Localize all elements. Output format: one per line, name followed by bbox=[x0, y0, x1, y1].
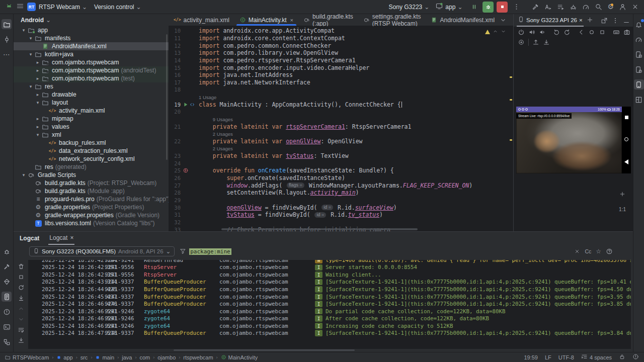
usages-hint[interactable]: 9 Usages bbox=[213, 117, 233, 122]
insights-icon[interactable] bbox=[2, 277, 12, 287]
pause-icon[interactable] bbox=[468, 2, 479, 13]
tree-item-network-security-config-xml[interactable]: </>network_security_config.xml bbox=[14, 155, 169, 163]
pause-icon[interactable] bbox=[18, 274, 25, 281]
breadcrumb-item-main[interactable]: main bbox=[95, 354, 114, 360]
line-number[interactable]: 30 bbox=[169, 205, 181, 211]
tree-chevron-icon[interactable]: ▾ bbox=[27, 84, 34, 89]
line-number[interactable]: 10 bbox=[169, 28, 181, 34]
breadcrumb-item-app[interactable]: app bbox=[56, 354, 72, 360]
notifications-status-icon[interactable] bbox=[632, 353, 639, 361]
rotate-right-icon[interactable] bbox=[564, 29, 571, 36]
screenshot-icon[interactable] bbox=[623, 29, 630, 36]
help-icon[interactable] bbox=[606, 248, 613, 255]
menu-icon[interactable] bbox=[16, 2, 24, 10]
upload-icon[interactable] bbox=[532, 39, 539, 46]
line-number[interactable]: 27 bbox=[169, 183, 181, 189]
close-icon[interactable] bbox=[631, 3, 639, 11]
line-number[interactable]: 33 bbox=[169, 227, 181, 231]
home-button[interactable] bbox=[624, 137, 628, 141]
tree-chevron-icon[interactable]: ▸ bbox=[34, 60, 41, 65]
prev-icon[interactable] bbox=[493, 29, 498, 34]
line-number[interactable]: 14 bbox=[169, 57, 181, 63]
commit-icon[interactable] bbox=[2, 34, 12, 44]
tree-chevron-icon[interactable]: ▾ bbox=[34, 100, 41, 105]
tree-chevron-icon[interactable]: ▸ bbox=[34, 124, 41, 129]
breadcrumb-item-ojambo[interactable]: ojambo bbox=[157, 354, 176, 360]
debug-run-icon[interactable] bbox=[482, 2, 494, 13]
tab-settings-gradle-kts-rtsp-webcam-[interactable]: settings.gradle.kts (RTSP Webcam) bbox=[358, 14, 426, 26]
tree-chevron-icon[interactable]: ▸ bbox=[34, 76, 41, 81]
tree-item-backup-rules-xml[interactable]: </>backup_rules.xml bbox=[14, 139, 169, 147]
tree-item-androidmanifest-xml[interactable]: AndroidManifest.xml bbox=[14, 42, 169, 50]
build-icon[interactable] bbox=[2, 261, 12, 272]
search-icon[interactable] bbox=[595, 3, 602, 11]
rotate-left-icon[interactable] bbox=[553, 29, 560, 36]
tree-chevron-icon[interactable]: ▾ bbox=[34, 132, 41, 137]
tree-chevron-icon[interactable]: ▸ bbox=[34, 68, 41, 73]
add-device-icon[interactable] bbox=[587, 17, 593, 25]
project-icon[interactable] bbox=[2, 19, 12, 29]
run-configurations-icon[interactable] bbox=[557, 3, 565, 11]
caret-position[interactable]: 19:59 bbox=[524, 354, 538, 360]
breadcrumb-item-mainactivity[interactable]: MainActivity bbox=[221, 354, 258, 360]
tab-build-gradle-kts-app-[interactable]: build.gradle.kts (:app) bbox=[298, 14, 358, 26]
restart-icon[interactable] bbox=[18, 284, 25, 291]
breadcrumb-item-rtspwebcam[interactable]: RTSPWebcam bbox=[5, 354, 49, 360]
running-device-tab[interactable]: Sony G3223 API 26 × bbox=[517, 14, 584, 27]
logcat-horizontal-scrollbar[interactable] bbox=[174, 349, 355, 351]
line-number[interactable]: 23 bbox=[169, 153, 181, 159]
prev-icon[interactable] bbox=[18, 305, 25, 312]
tree-item-data-extraction-rules-xml[interactable]: </>data_extraction_rules.xml bbox=[14, 147, 169, 155]
next-icon[interactable] bbox=[18, 316, 25, 323]
tree-chevron-icon[interactable]: ▾ bbox=[20, 28, 27, 33]
more-windows-icon[interactable]: ⋯ bbox=[2, 49, 12, 59]
logcat-tab[interactable]: Logcat × bbox=[48, 232, 74, 245]
tree-item-gradle-properties[interactable]: ⚙gradle.properties(Project Properties) bbox=[14, 203, 169, 211]
chevron-down-icon[interactable] bbox=[500, 17, 507, 24]
settings-icon[interactable]: ⚙ bbox=[607, 3, 614, 11]
line-number[interactable]: 12 bbox=[169, 43, 181, 49]
tree-item-gradle-scripts[interactable]: ▾Gradle Scripts bbox=[14, 171, 169, 179]
match-case-icon[interactable]: Cc bbox=[585, 248, 591, 254]
breadcrumb-item-com[interactable]: com bbox=[139, 354, 150, 360]
line-number[interactable]: 11 bbox=[169, 35, 181, 41]
file-encoding[interactable]: UTF-8 bbox=[558, 354, 574, 360]
breadcrumb-item-src[interactable]: src bbox=[80, 354, 88, 360]
tree-chevron-icon[interactable]: ▾ bbox=[27, 52, 34, 57]
project-selector[interactable]: RTSP Webcam⌄ bbox=[39, 4, 87, 11]
terminal-icon[interactable] bbox=[2, 322, 12, 332]
kebab-icon[interactable] bbox=[612, 17, 619, 24]
tree-item-res[interactable]: ▾res bbox=[14, 82, 169, 90]
zoom-in-icon[interactable] bbox=[619, 191, 625, 199]
line-number[interactable]: 22 bbox=[169, 138, 181, 144]
clear-icon[interactable] bbox=[18, 263, 25, 270]
apply-code-changes-icon[interactable] bbox=[544, 3, 552, 11]
clear-filter-icon[interactable] bbox=[574, 248, 580, 254]
tree-item-activity-main-xml[interactable]: </>activity_main.xml bbox=[14, 107, 169, 115]
line-number[interactable]: 16 bbox=[169, 72, 181, 78]
close-tab-icon[interactable]: × bbox=[290, 17, 293, 23]
line-number[interactable]: 17 bbox=[169, 79, 181, 85]
usages-hint[interactable]: 2 Usages bbox=[213, 131, 233, 137]
next-icon[interactable] bbox=[501, 29, 506, 34]
tree-item-com-ojambo-rtspwebcam[interactable]: ▸com.ojambo.rtspwebcam bbox=[14, 58, 169, 66]
line-number[interactable]: 26 bbox=[169, 175, 181, 181]
scroll-end-icon[interactable] bbox=[18, 295, 25, 302]
vcs-selector[interactable]: Version control⌄ bbox=[94, 4, 141, 11]
recents-icon[interactable] bbox=[599, 29, 606, 36]
services-icon[interactable] bbox=[2, 337, 12, 347]
tree-item-proguard-rules-pro[interactable]: ≡proguard-rules.pro(ProGuard Rules for "… bbox=[14, 195, 169, 203]
tree-chevron-icon[interactable]: ▾ bbox=[27, 36, 34, 41]
logcat-icon[interactable] bbox=[2, 292, 12, 302]
tab-androidmanifest-xml[interactable]: AndroidManifest.xml bbox=[426, 14, 500, 26]
line-number[interactable]: 15 bbox=[169, 65, 181, 71]
device-selector[interactable]: Sony G3223⌄ bbox=[389, 4, 430, 11]
tree-item-layout[interactable]: ▾layout bbox=[14, 99, 169, 107]
usages-hint[interactable]: 2 Usages bbox=[213, 146, 233, 151]
editor-horizontal-scrollbar[interactable] bbox=[221, 228, 418, 230]
soft-wrap-icon[interactable] bbox=[18, 326, 25, 333]
device-manager-icon[interactable] bbox=[634, 64, 644, 74]
minimize-icon[interactable] bbox=[623, 17, 630, 24]
project-view-selector[interactable]: Android⌄ bbox=[14, 14, 169, 26]
bug-icon[interactable] bbox=[2, 246, 12, 256]
